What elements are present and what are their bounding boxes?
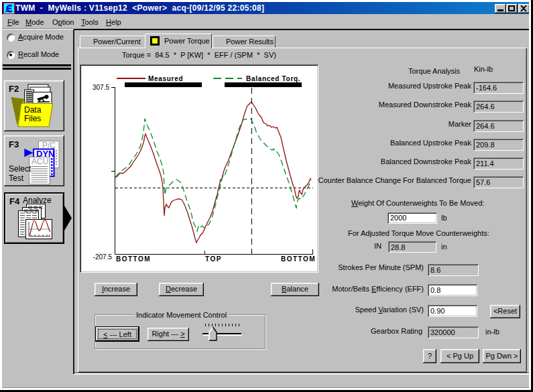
svg-text:BOTTOM: BOTTOM [116,255,151,263]
svg-text:BOTTOM: BOTTOM [281,255,316,263]
svg-text:-207.5: -207.5 [93,253,113,261]
svg-text:Select: Select [9,164,32,174]
svg-text:TOP: TOP [205,255,222,263]
